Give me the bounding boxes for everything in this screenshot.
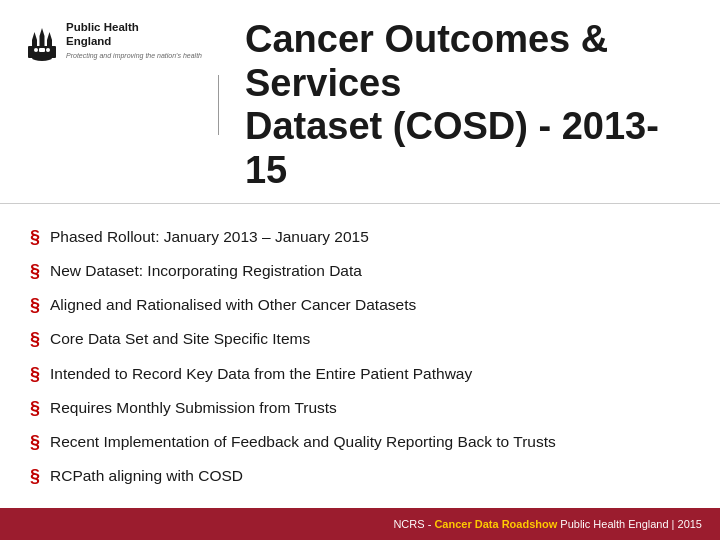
bullet-text: RCPath aligning with COSD <box>50 465 243 487</box>
title-area: Cancer Outcomes & Services Dataset (COSD… <box>235 18 696 193</box>
bullet-text: Intended to Record Key Data from the Ent… <box>50 363 472 385</box>
list-item: §Requires Monthly Submission from Trusts <box>30 397 690 421</box>
title-line1: Cancer Outcomes & Services <box>245 18 608 104</box>
svg-marker-4 <box>32 32 37 40</box>
header: Public Health England Protecting and imp… <box>0 0 720 204</box>
svg-rect-10 <box>39 48 45 52</box>
list-item: §Phased Rollout: January 2013 – January … <box>30 226 690 250</box>
svg-rect-2 <box>40 36 45 48</box>
svg-point-9 <box>46 48 50 52</box>
list-item: §Core Data Set and Site Specific Items <box>30 328 690 352</box>
header-divider <box>218 75 219 135</box>
crest-icon <box>24 18 60 62</box>
slide: Public Health England Protecting and imp… <box>0 0 720 540</box>
title-line2: Dataset (COSD) - 2013-15 <box>245 105 659 191</box>
bullet-marker-icon: § <box>30 464 40 489</box>
bullet-text: Requires Monthly Submission from Trusts <box>50 397 337 419</box>
list-item: §Recent Implementation of Feedback and Q… <box>30 431 690 455</box>
list-item: §RCPath aligning with COSD <box>30 465 690 489</box>
bullet-marker-icon: § <box>30 362 40 387</box>
footer-prefix: NCRS - <box>393 518 431 530</box>
main-title: Cancer Outcomes & Services Dataset (COSD… <box>245 18 696 193</box>
bullet-list: §Phased Rollout: January 2013 – January … <box>30 226 690 490</box>
phe-tagline: Protecting and improving the nation's he… <box>66 52 202 59</box>
svg-point-8 <box>34 48 38 52</box>
footer-suffix: Public Health England | 2015 <box>560 518 702 530</box>
bullet-marker-icon: § <box>30 430 40 455</box>
list-item: §Aligned and Rationalised with Other Can… <box>30 294 690 318</box>
footer-highlight: Cancer Data Roadshow <box>434 518 557 530</box>
list-item: §Intended to Record Key Data from the En… <box>30 363 690 387</box>
footer-text: NCRS - Cancer Data Roadshow Public Healt… <box>393 518 702 530</box>
phe-name-line2: England <box>66 35 202 49</box>
bullet-text: Core Data Set and Site Specific Items <box>50 328 310 350</box>
bullet-marker-icon: § <box>30 225 40 250</box>
phe-logo: Public Health England Protecting and imp… <box>24 18 202 62</box>
svg-marker-5 <box>40 28 45 36</box>
svg-rect-1 <box>32 40 37 48</box>
footer: NCRS - Cancer Data Roadshow Public Healt… <box>0 508 720 540</box>
list-item: §New Dataset: Incorporating Registration… <box>30 260 690 284</box>
content-area: §Phased Rollout: January 2013 – January … <box>0 204 720 510</box>
bullet-text: New Dataset: Incorporating Registration … <box>50 260 362 282</box>
bullet-marker-icon: § <box>30 327 40 352</box>
bullet-text: Phased Rollout: January 2013 – January 2… <box>50 226 369 248</box>
bullet-marker-icon: § <box>30 396 40 421</box>
bullet-marker-icon: § <box>30 259 40 284</box>
bullet-text: Aligned and Rationalised with Other Canc… <box>50 294 416 316</box>
bullet-marker-icon: § <box>30 293 40 318</box>
svg-rect-3 <box>47 40 52 48</box>
phe-name-block: Public Health England Protecting and imp… <box>66 21 202 59</box>
phe-name-line1: Public Health <box>66 21 202 35</box>
svg-marker-6 <box>47 32 52 40</box>
svg-point-7 <box>32 55 52 61</box>
bullet-text: Recent Implementation of Feedback and Qu… <box>50 431 556 453</box>
